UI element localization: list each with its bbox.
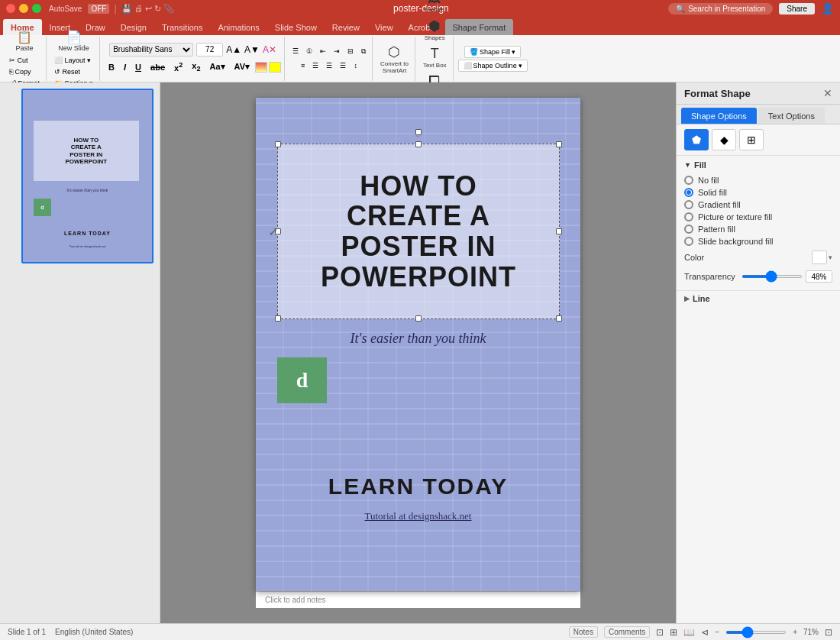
handle-middle-right[interactable]: [556, 228, 562, 234]
reading-view-icon[interactable]: 📖: [683, 627, 695, 638]
italic-button[interactable]: I: [120, 61, 130, 73]
notes-placeholder[interactable]: Click to add notes: [265, 596, 326, 604]
font-color-button[interactable]: [255, 62, 267, 73]
notes-area[interactable]: Click to add notes: [256, 591, 580, 608]
handle-top-right[interactable]: [556, 141, 562, 147]
subscript-button[interactable]: x2: [188, 60, 204, 74]
shape-fill-button[interactable]: 🪣 Shape Fill ▾: [464, 46, 521, 58]
size-icon-btn[interactable]: ⊞: [739, 129, 764, 150]
handle-bottom-center[interactable]: [415, 315, 422, 322]
tab-text-options[interactable]: Text Options: [758, 108, 825, 124]
handle-bottom-left[interactable]: [275, 315, 281, 322]
color-swatch-box[interactable]: [812, 251, 827, 264]
learn-heading[interactable]: LEARN TODAY: [256, 474, 580, 499]
tab-shape-format[interactable]: Shape Format: [445, 19, 514, 35]
transparency-slider[interactable]: [741, 275, 803, 278]
slide-canvas[interactable]: HOW TO CREATE A POSTER IN POWERPOINT ⤢ I…: [256, 98, 580, 591]
maximize-button[interactable]: [32, 4, 41, 13]
close-button[interactable]: [6, 4, 15, 13]
effects-icon-btn[interactable]: ⬟: [684, 129, 709, 150]
fit-slide-icon[interactable]: ⊡: [825, 627, 832, 638]
char-spacing-button[interactable]: AV▾: [231, 60, 254, 73]
align-left[interactable]: ≡: [298, 60, 308, 71]
tab-slideshow[interactable]: Slide Show: [267, 19, 325, 35]
tab-animations[interactable]: Animations: [210, 19, 267, 35]
logo-box[interactable]: d: [277, 357, 327, 403]
numbering-button[interactable]: ①: [303, 46, 315, 57]
tab-review[interactable]: Review: [325, 19, 367, 35]
bold-button[interactable]: B: [105, 61, 118, 73]
subtitle-text[interactable]: It's easier than you think: [256, 331, 580, 347]
rotation-handle[interactable]: [415, 129, 422, 135]
comments-button[interactable]: Comments: [604, 626, 650, 638]
justify[interactable]: ☰: [337, 60, 349, 71]
left-resize-indicator[interactable]: ⤢: [269, 225, 278, 238]
paste-button[interactable]: 📋 Paste: [13, 28, 37, 53]
user-icon[interactable]: 👤: [821, 2, 834, 15]
tab-transitions[interactable]: Transitions: [154, 19, 210, 35]
slide-bg-fill-radio[interactable]: [684, 237, 693, 246]
slide-thumbnail[interactable]: HOW TOCREATE APOSTER INPOWERPOINT It's e…: [21, 89, 153, 263]
slide-bg-fill-option[interactable]: Slide background fill: [684, 235, 832, 247]
font-family-select[interactable]: Brushability Sans: [109, 43, 193, 57]
highlight-color-button[interactable]: [269, 62, 281, 73]
copy-button[interactable]: ⎘ Copy: [6, 66, 43, 77]
align-right[interactable]: ☰: [323, 60, 335, 71]
text-box-button[interactable]: T Text Box: [420, 44, 450, 70]
panel-close-button[interactable]: ✕: [823, 87, 832, 99]
underline-button[interactable]: U: [131, 61, 145, 73]
notes-button[interactable]: Notes: [569, 626, 598, 638]
tab-view[interactable]: View: [367, 19, 401, 35]
reset-button[interactable]: ↺ Reset: [51, 66, 96, 77]
search-bar[interactable]: 🔍 Search in Presentation: [668, 3, 773, 15]
slideshow-icon[interactable]: ⊲: [701, 627, 709, 638]
smart-art[interactable]: ⧉: [358, 46, 369, 57]
solid-fill-radio[interactable]: [684, 188, 693, 197]
pattern-fill-option[interactable]: Pattern fill: [684, 223, 832, 235]
convert-to-smartart[interactable]: ⬡ Convert toSmartArt: [377, 42, 412, 76]
picture-fill-radio[interactable]: [684, 212, 693, 221]
zoom-out-icon[interactable]: −: [715, 628, 719, 636]
handle-bottom-right[interactable]: [556, 315, 562, 322]
font-size-decrease[interactable]: A▼: [244, 44, 260, 55]
slide-sorter-icon[interactable]: ⊞: [670, 627, 677, 638]
handle-top-center[interactable]: [415, 141, 422, 147]
fill-line-icon-btn[interactable]: ◆: [712, 129, 736, 150]
minimize-button[interactable]: [19, 4, 28, 13]
color-dropdown-arrow[interactable]: ▾: [829, 254, 832, 261]
canvas-area[interactable]: HOW TO CREATE A POSTER IN POWERPOINT ⤢ I…: [160, 82, 676, 623]
strikethrough-button[interactable]: abc: [147, 61, 169, 73]
tab-design[interactable]: Design: [113, 19, 154, 35]
align-center[interactable]: ☰: [309, 60, 321, 71]
autosave-state[interactable]: OFF: [88, 4, 109, 14]
indent-decrease[interactable]: ⇤: [317, 46, 329, 57]
superscript-button[interactable]: x2: [170, 60, 186, 74]
tab-shape-options[interactable]: Shape Options: [681, 108, 757, 124]
gradient-fill-radio[interactable]: [684, 200, 693, 209]
change-case-button[interactable]: Aa▾: [205, 60, 228, 73]
font-size-increase[interactable]: A▲: [226, 44, 241, 55]
gradient-fill-option[interactable]: Gradient fill: [684, 199, 832, 211]
shape-outline-button[interactable]: ⬜ Shape Outline ▾: [458, 60, 528, 72]
pattern-fill-radio[interactable]: [684, 225, 693, 234]
cut-button[interactable]: ✂ Cut: [6, 55, 43, 66]
color-swatch[interactable]: ▾: [812, 251, 832, 264]
transparency-value-input[interactable]: [806, 270, 832, 283]
line-section-header[interactable]: ▶ Line: [684, 294, 832, 303]
selected-text-box[interactable]: HOW TO CREATE A POSTER IN POWERPOINT ⤢: [277, 144, 560, 319]
picture-fill-option[interactable]: Picture or texture fill: [684, 211, 832, 223]
new-slide-button[interactable]: 📄 New Slide: [55, 28, 92, 53]
share-button[interactable]: Share: [779, 3, 815, 15]
shapes-button[interactable]: ⬢ Shapes: [422, 16, 448, 43]
no-fill-radio[interactable]: [684, 176, 693, 185]
solid-fill-option[interactable]: Solid fill: [684, 186, 832, 199]
fill-section-header[interactable]: ▼ Fill: [684, 160, 832, 170]
handle-top-left[interactable]: [275, 141, 281, 147]
bullets-button[interactable]: ☰: [289, 46, 302, 57]
line-spacing[interactable]: ↕: [351, 60, 360, 71]
indent-increase[interactable]: ⇥: [331, 46, 343, 57]
tutorial-text[interactable]: Tutorial at designshack.net: [256, 510, 580, 522]
columns-button[interactable]: ⊟: [344, 46, 357, 57]
picture-button[interactable]: 🖼 Picture: [422, 0, 447, 15]
font-size-input[interactable]: [196, 43, 223, 57]
